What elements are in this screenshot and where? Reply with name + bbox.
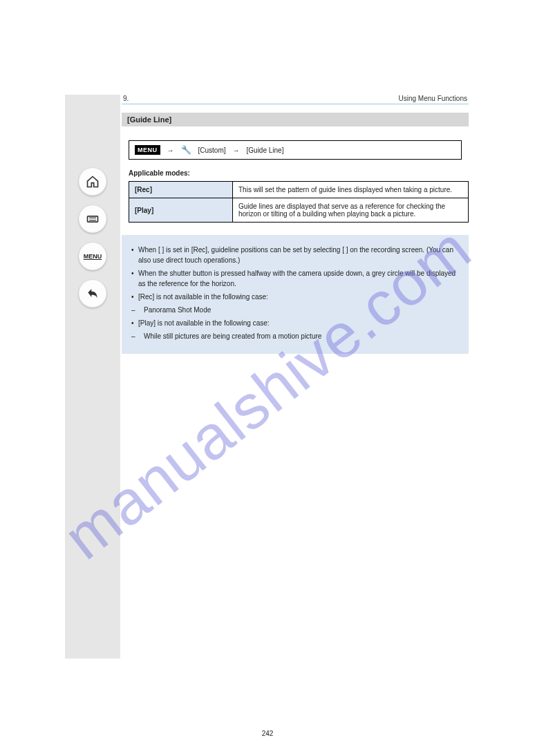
home-button[interactable]	[79, 168, 106, 196]
page-content: 9. Using Menu Functions [Guide Line] MEN…	[122, 95, 469, 354]
chapter-header: 9. Using Menu Functions	[122, 95, 469, 104]
section-title: [Guide Line]	[122, 113, 469, 126]
row-label: [Rec]	[129, 182, 233, 198]
divider	[122, 104, 469, 104]
arrow-icon: →	[233, 147, 240, 154]
back-icon	[86, 287, 100, 301]
menu-badge: MENU	[135, 145, 160, 155]
table-row: [Play] Guide lines are displayed that se…	[129, 198, 469, 223]
menu-step-guideline: [Guide Line]	[247, 147, 284, 154]
row-value: This will set the pattern of guide lines…	[233, 182, 469, 198]
settings-table: [Rec] This will set the pattern of guide…	[129, 181, 469, 223]
info-item: [Play] is not available in the following…	[131, 318, 459, 328]
applicable-modes: Applicable modes:	[129, 169, 462, 177]
back-button[interactable]	[79, 280, 106, 308]
info-item: When [ ] is set in [Rec], guideline posi…	[131, 245, 459, 265]
svg-rect-0	[88, 216, 98, 222]
applicable-label: Applicable modes:	[129, 169, 190, 177]
wrench-icon: 🔧	[181, 145, 191, 155]
info-subitem: Panorama Shot Mode	[131, 305, 459, 315]
info-box: When [ ] is set in [Rec], guideline posi…	[122, 235, 469, 354]
row-value: Guide lines are displayed that serve as …	[233, 198, 469, 223]
table-row: [Rec] This will set the pattern of guide…	[129, 182, 469, 198]
menu-path-box: MENU → 🔧 [Custom] → [Guide Line]	[129, 140, 462, 160]
keyboard-icon	[86, 212, 100, 226]
row-label: [Play]	[129, 198, 233, 223]
menu-step-custom: [Custom]	[198, 147, 226, 154]
menu-button[interactable]: MENU	[79, 243, 106, 270]
home-icon	[86, 175, 100, 189]
info-subitem: While still pictures are being created f…	[131, 331, 459, 341]
menu-icon: MENU	[84, 253, 102, 260]
keyboard-button[interactable]	[79, 205, 106, 233]
sidebar: MENU	[65, 95, 120, 659]
sidebar-buttons: MENU	[79, 168, 106, 308]
info-item: [Rec] is not available in the following …	[131, 292, 459, 302]
chapter-title: Using Menu Functions	[399, 95, 468, 102]
page-number: 242	[262, 730, 274, 737]
chapter-number: 9.	[123, 95, 129, 102]
arrow-icon: →	[167, 147, 174, 154]
info-item: When the shutter button is pressed halfw…	[131, 268, 459, 289]
